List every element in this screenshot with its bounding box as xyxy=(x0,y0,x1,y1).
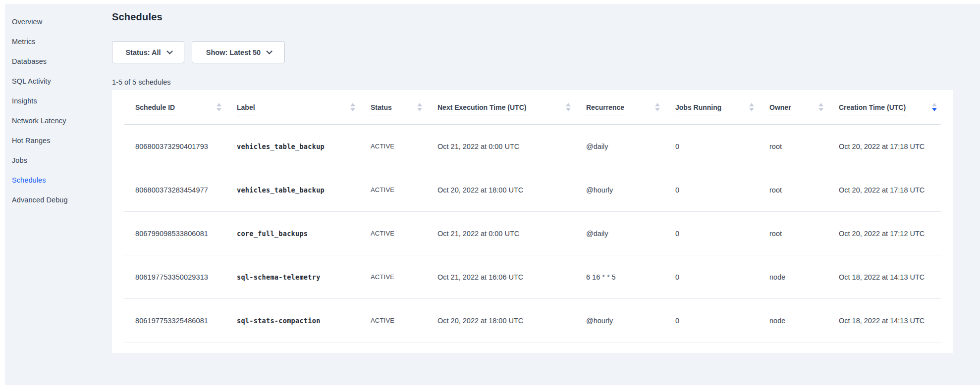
table-header-row: Schedule IDLabelStatusNext Execution Tim… xyxy=(124,90,941,125)
sidebar-item-insights[interactable]: Insights xyxy=(12,91,112,111)
cell-schedule-id: 806800373283454977 xyxy=(124,186,225,194)
sort-asc-arrow-icon xyxy=(749,103,754,106)
cell-next-execution: Oct 21, 2022 at 16:06 UTC xyxy=(426,273,575,281)
cell-owner: root xyxy=(758,186,827,194)
cell-schedule-id: 806800373290401793 xyxy=(124,143,225,150)
table-body: 806800373290401793vehicles_table_backupA… xyxy=(124,125,941,342)
column-header-label: Jobs Running xyxy=(675,103,721,115)
cell-label: core_full_backups xyxy=(225,230,359,238)
sort-icon[interactable] xyxy=(818,103,823,111)
results-count: 1-5 of 5 schedules xyxy=(112,78,980,86)
show-filter-dropdown[interactable]: Show: Latest 50 xyxy=(192,41,285,63)
table-row: 806799098533806081core_full_backupsACTIV… xyxy=(124,212,941,255)
cell-creation-time: Oct 20, 2022 at 17:18 UTC xyxy=(827,143,941,150)
column-header-label: Status xyxy=(371,103,392,115)
show-filter-label: Show: Latest 50 xyxy=(206,48,261,56)
cell-next-execution: Oct 20, 2022 at 18:00 UTC xyxy=(426,317,575,325)
column-header-label: Recurrence xyxy=(586,103,624,115)
sort-desc-arrow-icon xyxy=(749,108,754,111)
cell-next-execution: Oct 20, 2022 at 18:00 UTC xyxy=(426,186,575,194)
cell-jobs-running: 0 xyxy=(664,143,758,150)
column-header-status[interactable]: Status xyxy=(359,103,426,111)
sort-icon[interactable] xyxy=(655,103,660,111)
column-header-owner[interactable]: Owner xyxy=(758,103,827,111)
status-filter-dropdown[interactable]: Status: All xyxy=(112,41,184,63)
sort-icon[interactable] xyxy=(749,103,754,111)
sidebar: OverviewMetricsDatabasesSQL ActivityInsi… xyxy=(5,4,112,385)
column-header-label[interactable]: Label xyxy=(225,103,359,111)
filter-bar: Status: All Show: Latest 50 xyxy=(112,41,980,63)
cell-schedule-id: 806799098533806081 xyxy=(124,230,225,238)
cell-owner: root xyxy=(758,230,827,238)
column-header-next-execution-time-utc[interactable]: Next Execution Time (UTC) xyxy=(426,103,575,111)
sort-desc-arrow-icon xyxy=(655,108,660,111)
sidebar-item-databases[interactable]: Databases xyxy=(12,51,112,71)
cell-label: sql-stats-compaction xyxy=(225,317,359,325)
cell-recurrence: @hourly xyxy=(575,317,664,325)
sort-asc-arrow-icon xyxy=(566,103,571,106)
cell-status: ACTIVE xyxy=(359,186,426,193)
chevron-down-icon xyxy=(166,48,173,54)
cell-owner: node xyxy=(758,317,827,325)
cell-owner: root xyxy=(758,143,827,150)
sidebar-item-hot-ranges[interactable]: Hot Ranges xyxy=(12,131,112,150)
column-header-label: Schedule ID xyxy=(135,103,175,115)
sidebar-item-sql-activity[interactable]: SQL Activity xyxy=(12,71,112,91)
sort-asc-arrow-icon xyxy=(932,103,937,106)
cell-status: ACTIVE xyxy=(359,143,426,150)
sort-icon[interactable] xyxy=(350,103,355,111)
page-title: Schedules xyxy=(112,11,980,23)
sort-desc-arrow-icon xyxy=(417,108,422,111)
sort-desc-arrow-icon xyxy=(818,108,823,111)
column-header-label: Creation Time (UTC) xyxy=(839,103,906,115)
cell-recurrence: @daily xyxy=(575,230,664,238)
sidebar-item-schedules[interactable]: Schedules xyxy=(12,170,112,190)
sidebar-item-overview[interactable]: Overview xyxy=(12,12,112,32)
cell-jobs-running: 0 xyxy=(664,317,758,325)
app-root: OverviewMetricsDatabasesSQL ActivityInsi… xyxy=(5,4,980,385)
column-header-label: Label xyxy=(237,103,255,115)
column-header-recurrence[interactable]: Recurrence xyxy=(575,103,664,111)
column-header-creation-time-utc[interactable]: Creation Time (UTC) xyxy=(827,103,941,111)
table-row: 806197753350029313sql-schema-telemetryAC… xyxy=(124,255,941,299)
sidebar-item-metrics[interactable]: Metrics xyxy=(12,32,112,51)
sidebar-item-jobs[interactable]: Jobs xyxy=(12,150,112,170)
cell-status: ACTIVE xyxy=(359,273,426,281)
sort-asc-arrow-icon xyxy=(417,103,422,106)
cell-recurrence: @daily xyxy=(575,143,664,150)
cell-creation-time: Oct 18, 2022 at 14:13 UTC xyxy=(827,273,941,281)
sidebar-item-advanced-debug[interactable]: Advanced Debug xyxy=(12,190,112,210)
cell-next-execution: Oct 21, 2022 at 0:00 UTC xyxy=(426,230,575,238)
sort-icon[interactable] xyxy=(417,103,422,111)
table-row: 806800373290401793vehicles_table_backupA… xyxy=(124,125,941,168)
cell-recurrence: @hourly xyxy=(575,186,664,194)
cell-next-execution: Oct 21, 2022 at 0:00 UTC xyxy=(426,143,575,150)
cell-label: vehicles_table_backup xyxy=(225,143,359,150)
cell-jobs-running: 0 xyxy=(664,273,758,281)
status-filter-label: Status: All xyxy=(125,48,161,56)
cell-jobs-running: 0 xyxy=(664,230,758,238)
chevron-down-icon xyxy=(266,48,272,54)
table-row: 806800373283454977vehicles_table_backupA… xyxy=(124,168,941,212)
sort-desc-arrow-icon xyxy=(566,108,571,111)
cell-status: ACTIVE xyxy=(359,230,426,237)
sort-desc-arrow-icon xyxy=(350,108,355,111)
cell-jobs-running: 0 xyxy=(664,186,758,194)
sidebar-item-network-latency[interactable]: Network Latency xyxy=(12,111,112,131)
cell-recurrence: 6 16 * * 5 xyxy=(575,273,664,281)
sort-desc-arrow-icon xyxy=(217,108,221,111)
table-row: 806197753325486081sql-stats-compactionAC… xyxy=(124,299,941,342)
sort-icon[interactable] xyxy=(932,103,937,111)
sort-desc-arrow-icon xyxy=(932,108,937,111)
sort-asc-arrow-icon xyxy=(217,103,221,106)
schedules-table: Schedule IDLabelStatusNext Execution Tim… xyxy=(112,90,953,353)
cell-owner: node xyxy=(758,273,827,281)
column-header-schedule-id[interactable]: Schedule ID xyxy=(124,103,225,111)
cell-label: sql-schema-telemetry xyxy=(225,273,359,281)
sort-icon[interactable] xyxy=(566,103,571,111)
cell-creation-time: Oct 20, 2022 at 17:12 UTC xyxy=(827,230,941,238)
sort-icon[interactable] xyxy=(217,103,221,111)
cell-schedule-id: 806197753325486081 xyxy=(124,317,225,325)
sort-asc-arrow-icon xyxy=(655,103,660,106)
column-header-jobs-running[interactable]: Jobs Running xyxy=(664,103,758,111)
